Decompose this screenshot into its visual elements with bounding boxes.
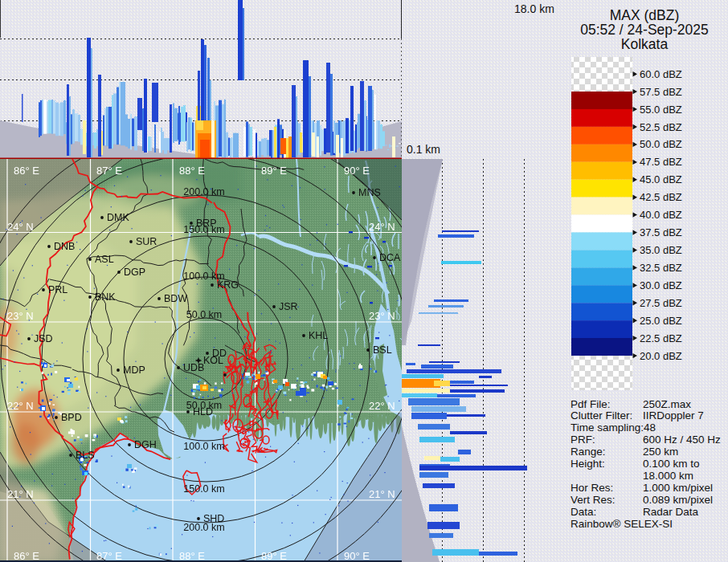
svg-text:22° N: 22° N (369, 400, 395, 412)
svg-text:25.0 dBZ: 25.0 dBZ (640, 315, 682, 327)
svg-text:250 km: 250 km (643, 446, 678, 458)
svg-text:100.0 km: 100.0 km (183, 271, 224, 282)
svg-text:Time sampling:48: Time sampling:48 (571, 422, 656, 434)
svg-text:Pdf File:: Pdf File: (571, 398, 611, 410)
svg-text:Data:: Data: (571, 506, 596, 518)
svg-text:0.100 km to: 0.100 km to (643, 458, 700, 470)
svg-text:21° N: 21° N (369, 488, 395, 500)
svg-text:45.0 dBZ: 45.0 dBZ (640, 173, 682, 185)
svg-text:30.0 dBZ: 30.0 dBZ (640, 279, 682, 291)
svg-text:BSL: BSL (373, 344, 392, 356)
svg-text:37.5 dBZ: 37.5 dBZ (640, 226, 682, 238)
svg-text:40.0 dBZ: 40.0 dBZ (640, 209, 682, 221)
svg-text:KOL: KOL (203, 355, 223, 366)
svg-text:18.0 km: 18.0 km (514, 2, 554, 15)
svg-text:87° E: 87° E (96, 165, 122, 177)
svg-text:PRL: PRL (48, 284, 67, 295)
svg-text:0.1 km: 0.1 km (407, 143, 440, 156)
svg-text:86° E: 86° E (14, 550, 39, 562)
svg-text:DGH: DGH (134, 439, 157, 450)
svg-text:200.0 km: 200.0 km (183, 522, 224, 533)
svg-text:MNS: MNS (358, 187, 381, 198)
svg-text:89° E: 89° E (261, 550, 287, 562)
svg-text:DNB: DNB (54, 241, 75, 252)
svg-text:52.5 dBZ: 52.5 dBZ (640, 121, 682, 133)
svg-text:BLS: BLS (76, 450, 95, 461)
svg-text:23° N: 23° N (7, 310, 34, 322)
svg-text:22° N: 22° N (7, 400, 34, 412)
svg-text:Vert Res:: Vert Res: (571, 494, 616, 506)
svg-text:MDP: MDP (123, 364, 145, 376)
svg-text:Clutter Filter:: Clutter Filter: (571, 409, 632, 422)
svg-text:BPD: BPD (61, 412, 82, 423)
svg-text:200.0 km: 200.0 km (183, 186, 224, 198)
svg-text:57.5 dBZ: 57.5 dBZ (640, 86, 682, 98)
svg-text:BNK: BNK (95, 291, 116, 303)
svg-text:ASL: ASL (95, 254, 114, 265)
svg-text:88° E: 88° E (179, 550, 205, 562)
svg-text:23° N: 23° N (369, 310, 395, 322)
svg-text:DCA: DCA (379, 252, 401, 263)
svg-text:21° N: 21° N (7, 488, 34, 500)
svg-text:Radar Data: Radar Data (643, 506, 699, 518)
svg-text:150.0 km: 150.0 km (183, 483, 224, 495)
svg-text:DGP: DGP (124, 267, 145, 278)
svg-text:27.5 dBZ: 27.5 dBZ (640, 297, 682, 309)
svg-text:24° N: 24° N (7, 221, 34, 233)
svg-text:20.0 dBZ: 20.0 dBZ (640, 350, 682, 362)
svg-text:Rainbow® SELEX-SI: Rainbow® SELEX-SI (571, 518, 673, 530)
svg-text:86° E: 86° E (14, 165, 39, 177)
svg-text:JSD: JSD (34, 333, 53, 344)
svg-text:600 Hz / 450 Hz: 600 Hz / 450 Hz (643, 434, 721, 446)
svg-text:18.000 km: 18.000 km (643, 470, 693, 482)
svg-text:PRF:: PRF: (571, 434, 595, 446)
svg-text:60.0 dBZ: 60.0 dBZ (640, 68, 682, 80)
svg-text:90° E: 90° E (344, 550, 370, 562)
svg-text:BDW: BDW (164, 293, 187, 304)
svg-text:Height:: Height: (571, 458, 605, 470)
svg-text:150.0 km: 150.0 km (183, 224, 224, 235)
svg-text:55.0 dBZ: 55.0 dBZ (640, 104, 682, 116)
svg-text:24° N: 24° N (369, 221, 395, 233)
svg-text:JSR: JSR (279, 301, 298, 312)
svg-text:Kolkata: Kolkata (621, 36, 669, 52)
svg-text:42.5 dBZ: 42.5 dBZ (640, 191, 682, 203)
svg-text:87° E: 87° E (96, 550, 122, 562)
svg-text:50.0 km: 50.0 km (186, 400, 222, 411)
svg-text:1.000 km/pixel: 1.000 km/pixel (643, 482, 713, 494)
svg-text:DMK: DMK (107, 212, 129, 223)
svg-text:50.0 dBZ: 50.0 dBZ (640, 138, 682, 150)
svg-text:Range:: Range: (571, 446, 606, 458)
svg-text:50.0 km: 50.0 km (186, 309, 222, 320)
svg-text:88° E: 88° E (179, 165, 205, 177)
svg-text:100.0 km: 100.0 km (183, 441, 224, 452)
svg-text:IIRDoppler 7: IIRDoppler 7 (643, 409, 704, 422)
svg-text:0.089 km/pixel: 0.089 km/pixel (643, 494, 713, 506)
svg-text:Hor Res:: Hor Res: (571, 482, 613, 494)
svg-text:89° E: 89° E (261, 165, 287, 177)
svg-text:32.5 dBZ: 32.5 dBZ (640, 262, 682, 274)
svg-text:35.0 dBZ: 35.0 dBZ (640, 244, 682, 256)
svg-text:MAX (dBZ): MAX (dBZ) (610, 7, 680, 23)
svg-text:SUR: SUR (136, 236, 157, 247)
svg-text:UDB: UDB (183, 362, 204, 373)
svg-text:250Z.max: 250Z.max (643, 398, 691, 410)
svg-text:KHL: KHL (309, 330, 328, 341)
svg-text:22.5 dBZ: 22.5 dBZ (640, 332, 682, 344)
svg-text:90° E: 90° E (344, 165, 370, 177)
svg-text:47.5 dBZ: 47.5 dBZ (640, 156, 682, 168)
